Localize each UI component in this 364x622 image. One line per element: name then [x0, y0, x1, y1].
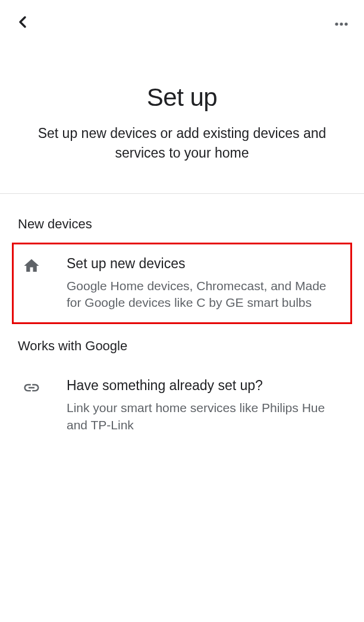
- item-title: Have something already set up?: [67, 378, 335, 394]
- link-services-item[interactable]: Have something already set up? Link your…: [18, 365, 346, 447]
- setup-new-devices-item[interactable]: Set up new devices Google Home devices, …: [12, 243, 352, 325]
- chevron-left-icon: [15, 15, 30, 32]
- header-section: Set up Set up new devices or add existin…: [0, 42, 364, 193]
- page-title: Set up: [24, 83, 340, 112]
- page-subtitle: Set up new devices or add existing devic…: [24, 124, 340, 164]
- svg-point-2: [344, 23, 347, 26]
- more-options-button[interactable]: [332, 14, 351, 33]
- section-header-works-with-google: Works with Google: [18, 324, 346, 365]
- more-horizontal-icon: [334, 18, 349, 29]
- top-bar: [0, 0, 364, 42]
- item-title: Set up new devices: [67, 256, 335, 272]
- item-description: Link your smart home services like Phili…: [67, 400, 335, 433]
- link-icon: [20, 378, 56, 397]
- item-text: Have something already set up? Link your…: [56, 378, 335, 433]
- back-button[interactable]: [13, 14, 32, 33]
- item-text: Set up new devices Google Home devices, …: [56, 256, 335, 312]
- section-header-new-devices: New devices: [18, 194, 346, 243]
- svg-point-0: [335, 23, 338, 26]
- new-devices-section: New devices Set up new devices Google Ho…: [0, 194, 364, 447]
- home-icon: [20, 256, 56, 275]
- item-description: Google Home devices, Chromecast, and Mad…: [67, 278, 335, 312]
- svg-point-1: [340, 23, 343, 26]
